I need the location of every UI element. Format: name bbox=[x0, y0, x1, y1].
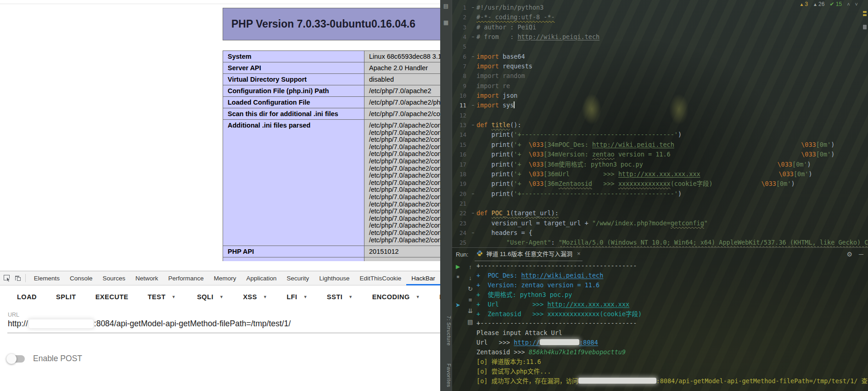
text-token: #!/usr/bin/python3 bbox=[476, 4, 543, 11]
chevron-down-icon: ▼ bbox=[303, 295, 308, 299]
error-stripe[interactable] bbox=[862, 0, 868, 247]
devtools-tabbar: Elements Console Sources Network Perform… bbox=[0, 271, 440, 285]
table-row: Virtual Directory Support disabled bbox=[223, 74, 440, 85]
table-row: Server API Apache 2.0 Handler bbox=[223, 62, 440, 74]
link-text[interactable]: http://xxx.xxx.xxx.xxx bbox=[547, 301, 629, 308]
text-token: + Url >>> bbox=[476, 301, 547, 308]
hashing-menu-button[interactable]: HASHING▼ bbox=[430, 293, 440, 301]
inspect-element-icon[interactable] bbox=[3, 273, 11, 284]
tab-performance[interactable]: Performance bbox=[163, 272, 208, 285]
link-text[interactable]: http://wiki.peiqi.tech bbox=[517, 33, 599, 40]
text-token: + Zentaosid >>> xxxxxxxxxxxxxx(cookie字段) bbox=[476, 310, 642, 318]
run-label: Run: bbox=[456, 251, 468, 258]
code-line: 25 "User-Agent": "Mozilla/5.0 (Windows N… bbox=[452, 238, 868, 247]
tab-hackbar[interactable]: HackBar bbox=[406, 271, 440, 285]
tab-console[interactable]: Console bbox=[65, 272, 98, 285]
split-button[interactable]: SPLIT bbox=[46, 293, 86, 301]
scroll-to-end-icon[interactable]: ⇊ bbox=[468, 307, 473, 314]
fold-gutter bbox=[470, 130, 476, 140]
tab-application[interactable]: Application bbox=[241, 272, 282, 285]
editor-problem-indicators[interactable]: ▲3 ▲26 ✔ 15 ˄ ˅ bbox=[800, 1, 858, 7]
text-token: ) bbox=[807, 161, 811, 168]
project-tool-icon[interactable]: ▤ bbox=[440, 3, 452, 9]
link-text[interactable]: :8084 bbox=[579, 339, 598, 346]
soft-wrap-icon[interactable]: ≡ bbox=[469, 296, 472, 303]
enable-post-toggle[interactable] bbox=[8, 355, 25, 363]
folder-tool-icon[interactable]: ▦ bbox=[440, 19, 452, 26]
prev-problem-icon[interactable]: ˄ bbox=[847, 1, 850, 7]
next-problem-icon[interactable]: ˅ bbox=[855, 1, 858, 7]
link-text[interactable]: http://wiki.peiqi.tech bbox=[521, 272, 604, 279]
sqli-menu-button[interactable]: SQLI▼ bbox=[187, 293, 233, 301]
fold-gutter bbox=[470, 179, 476, 189]
fold-marker-icon[interactable]: − bbox=[470, 120, 476, 130]
row-label: Loaded Configuration File bbox=[223, 97, 364, 108]
link-text[interactable]: http:// bbox=[514, 339, 540, 346]
encoding-menu-button[interactable]: ENCODING▼ bbox=[363, 293, 430, 301]
text-token: Url >>> bbox=[476, 339, 514, 346]
page-top-divider bbox=[0, 4, 440, 4]
devtools-panel: Elements Console Sources Network Perform… bbox=[0, 271, 440, 391]
tab-editthiscookie[interactable]: EditThisCookie bbox=[354, 272, 406, 285]
test-menu-button[interactable]: TEST▼ bbox=[138, 293, 185, 301]
screen: PHP Version 7.0.33-0ubuntu0.16.04.6 Syst… bbox=[0, 0, 868, 391]
redacted-text bbox=[578, 378, 656, 384]
code-line: 2#-*- coding:utf-8 -*- bbox=[452, 12, 868, 22]
fold-gutter bbox=[470, 238, 476, 247]
console-line: Zentaosid >>> 856kh4ku7k1e1f9vebopocttu9 bbox=[476, 347, 868, 357]
print-icon[interactable]: ▤ bbox=[467, 318, 473, 325]
pin-icon[interactable]: ➤ bbox=[455, 302, 460, 308]
run-toolbar-left: ▶ ■ ➤ bbox=[452, 261, 464, 391]
hide-panel-icon[interactable]: ─ bbox=[859, 251, 863, 258]
text-token: import random bbox=[476, 72, 525, 79]
fold-marker-icon[interactable]: − bbox=[470, 228, 476, 238]
gear-icon[interactable]: ⚙ bbox=[847, 251, 853, 258]
fold-gutter bbox=[470, 71, 476, 81]
url-input[interactable]: http://:8084/api-getModel-api-getMethod-… bbox=[8, 319, 291, 329]
text-token: print( bbox=[476, 180, 514, 187]
down-stack-icon[interactable]: ↓ bbox=[469, 274, 472, 281]
ide-pane: ▤ ▦ 7: Structure Favorites ▲3 ▲26 ✔ 15 ˄… bbox=[440, 0, 868, 391]
browser-pane: PHP Version 7.0.33-0ubuntu0.16.04.6 Syst… bbox=[0, 0, 440, 391]
up-stack-icon[interactable]: ↑ bbox=[469, 263, 472, 270]
text-token: def bbox=[476, 121, 492, 128]
fold-marker-icon[interactable]: − bbox=[470, 32, 476, 42]
code-editor[interactable]: 1−#!/usr/bin/python32#-*- coding:utf-8 -… bbox=[452, 0, 868, 247]
fold-marker-icon[interactable]: − bbox=[470, 101, 476, 110]
run-body: ▶ ■ ➤ ↑ ↓ ↻ ≡ ⇊ ▤ +---------------------… bbox=[452, 261, 868, 391]
text-token: [o] 禅道版本为:11.6 bbox=[476, 358, 541, 365]
xss-menu-button[interactable]: XSS▼ bbox=[233, 293, 277, 301]
code-line: 5 bbox=[452, 42, 868, 51]
stop-icon[interactable]: ■ bbox=[456, 274, 459, 279]
text-token: '+--------------------------------------… bbox=[514, 131, 678, 138]
text-token: print( bbox=[476, 131, 514, 138]
structure-tool-button[interactable]: 7: Structure bbox=[440, 316, 452, 346]
fold-marker-icon[interactable]: − bbox=[470, 52, 476, 61]
device-toolbar-icon[interactable] bbox=[14, 273, 22, 284]
tab-memory[interactable]: Memory bbox=[209, 272, 241, 285]
fold-marker-icon[interactable]: − bbox=[470, 3, 476, 12]
tab-security[interactable]: Security bbox=[282, 272, 314, 285]
text-token bbox=[674, 141, 801, 148]
run-console[interactable]: +---------------------------------------… bbox=[476, 261, 868, 391]
tab-lighthouse[interactable]: Lighthouse bbox=[314, 272, 354, 285]
scrollbar-thumb[interactable] bbox=[863, 25, 867, 29]
restore-layout-icon[interactable]: ↻ bbox=[468, 285, 473, 292]
close-icon[interactable]: × bbox=[577, 250, 581, 257]
execute-button[interactable]: EXECUTE bbox=[86, 293, 138, 301]
link-text[interactable]: http://xxx.xxx.xxx.xxx bbox=[618, 170, 700, 178]
favorites-tool-button[interactable]: Favorites bbox=[440, 363, 452, 387]
run-tab[interactable]: 禅道 11.6版本 任意文件写入漏洞 × bbox=[475, 248, 582, 261]
fold-marker-icon[interactable]: − bbox=[470, 189, 476, 199]
text-token: +---------------------------------------… bbox=[476, 262, 637, 269]
tab-network[interactable]: Network bbox=[130, 272, 163, 285]
load-button[interactable]: LOAD bbox=[7, 293, 46, 301]
ssti-menu-button[interactable]: SSTI▼ bbox=[317, 293, 363, 301]
fold-gutter bbox=[470, 140, 476, 150]
link-text[interactable]: http://wiki.peiqi.tech bbox=[592, 141, 674, 148]
rerun-icon[interactable]: ▶ bbox=[456, 263, 460, 270]
tab-elements[interactable]: Elements bbox=[29, 272, 65, 285]
lfi-menu-button[interactable]: LFI▼ bbox=[277, 293, 317, 301]
fold-marker-icon[interactable]: − bbox=[470, 208, 476, 218]
tab-sources[interactable]: Sources bbox=[97, 272, 130, 285]
